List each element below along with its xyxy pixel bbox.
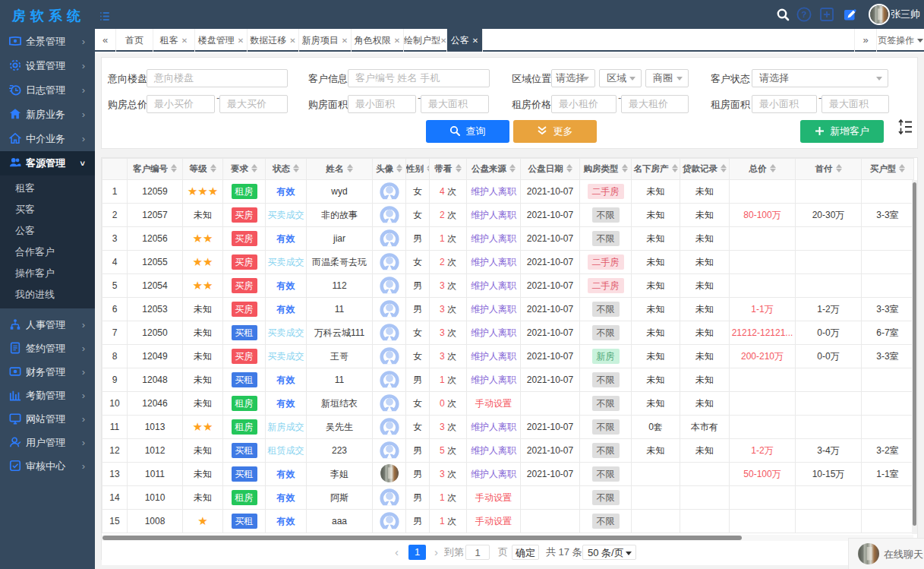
svg-text:?: ? xyxy=(801,10,806,19)
